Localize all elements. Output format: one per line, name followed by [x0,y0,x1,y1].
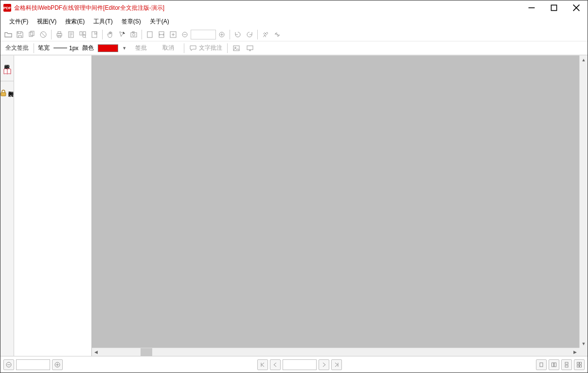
svg-rect-27 [552,363,554,367]
fulltext-sign-button[interactable]: 全文签批 [2,43,32,54]
save-icon[interactable] [15,29,25,40]
window-title: 金格科技iWebPDF在线管理中间件[Editor全文批注版-演示] [14,4,520,12]
menu-search[interactable]: 搜索(E) [61,16,89,27]
svg-rect-0 [551,5,556,10]
scroll-left-icon[interactable]: ◀ [92,348,100,356]
minimize-button[interactable] [520,0,543,15]
toolbar-separator [34,43,34,53]
toolbar-separator [227,43,228,53]
window-controls [520,0,588,15]
single-page-button[interactable] [536,359,547,370]
chevron-down-icon: ▼ [122,46,126,51]
zoom-plus-icon[interactable] [216,29,227,40]
page-icon[interactable] [66,29,76,40]
menu-sign[interactable]: 签章(S) [118,16,145,27]
toolbar-separator [257,30,258,39]
svg-rect-33 [577,365,579,367]
tab-thumbnails[interactable]: 缩略图 [1,57,13,78]
svg-rect-30 [565,365,568,367]
svg-rect-32 [580,362,582,364]
menu-tools[interactable]: 工具(T) [89,16,116,27]
last-page-button[interactable] [331,359,342,370]
text-annotation-button[interactable]: 文字批注 [186,43,225,54]
copy-icon[interactable] [26,29,37,40]
svg-rect-12 [131,33,137,37]
fit-width-icon[interactable] [156,29,167,40]
svg-rect-14 [132,32,134,33]
zoom-in-icon[interactable] [168,29,178,40]
cancel-button[interactable]: 取消 [155,43,182,54]
annotation-toolbar: 全文签批 笔宽 1px 颜色 ▼ 签批 取消 文字批注 [0,41,588,55]
status-bar [0,356,588,373]
bookmark-icon[interactable] [89,29,100,40]
maximize-button[interactable] [543,0,565,15]
thumbnail-panel [14,56,92,356]
canvas-area[interactable]: ▲ ▼ ◀ ▶ [92,56,588,356]
zoom-out-button[interactable] [3,359,14,370]
svg-rect-31 [577,362,579,364]
svg-rect-8 [80,32,82,35]
zoom-input[interactable] [191,30,216,39]
zoom-controls [3,359,63,370]
toolbar-separator [142,30,142,39]
menu-file[interactable]: 文件(F) [5,16,32,27]
two-page-button[interactable] [549,359,559,370]
open-icon[interactable] [3,29,14,40]
continuous-two-button[interactable] [574,359,585,370]
menu-about[interactable]: 关于(A) [146,16,173,27]
scroll-down-icon[interactable]: ▼ [580,339,588,348]
app-icon: PDF [3,4,11,12]
horizontal-scrollbar[interactable]: ◀ ▶ [92,348,579,356]
pen-width-preview [53,48,67,48]
link-icon[interactable] [272,29,283,40]
fit-page-icon[interactable] [144,29,155,40]
scroll-corner [579,348,588,356]
settings-icon[interactable] [260,29,271,40]
menu-view[interactable]: 视图(V) [33,16,60,27]
hand-icon[interactable] [105,29,116,40]
select-icon[interactable] [117,29,127,40]
svg-rect-28 [554,363,556,367]
menu-bar: 文件(F) 视图(V) 搜索(E) 工具(T) 签章(S) 关于(A) [0,15,588,28]
toolbar-separator [102,30,103,39]
svg-rect-5 [58,32,61,34]
zoom-level-input[interactable] [16,359,50,370]
find-icon[interactable] [77,29,88,40]
rotate-left-icon[interactable] [232,29,243,40]
rotate-right-icon[interactable] [244,29,255,40]
body-region: 缩略图 附件列表 ▲ ▼ ◀ ▶ [0,55,588,356]
toolbar-separator [51,30,52,39]
first-page-button[interactable] [257,359,268,370]
app-window: PDF 金格科技iWebPDF在线管理中间件[Editor全文批注版-演示] 文… [0,0,588,373]
screen-annotation-icon[interactable] [243,43,257,54]
color-picker[interactable]: ▼ [97,43,127,54]
sign-button[interactable]: 签批 [127,43,155,54]
svg-rect-29 [565,362,568,364]
next-page-button[interactable] [319,359,329,370]
pen-width-label: 笔宽 [36,44,52,52]
zoom-out-icon[interactable] [179,29,190,40]
title-bar: PDF 金格科技iWebPDF在线管理中间件[Editor全文批注版-演示] [0,0,588,15]
document-view: ▲ ▼ ◀ ▶ [92,56,588,356]
zoom-in-button[interactable] [52,359,63,370]
vertical-scrollbar[interactable]: ▲ ▼ [579,56,588,348]
stop-icon[interactable] [38,29,49,40]
page-number-input[interactable] [283,359,317,370]
continuous-button[interactable] [561,359,572,370]
scrollbar-thumb[interactable] [141,348,152,356]
snapshot-icon[interactable] [128,29,139,40]
book-icon [3,68,11,75]
toolbar-separator [184,43,184,53]
svg-rect-26 [540,363,543,367]
close-button[interactable] [565,0,588,15]
image-annotation-icon[interactable] [230,43,243,54]
prev-page-button[interactable] [270,359,281,370]
main-toolbar [0,28,588,41]
scroll-up-icon[interactable]: ▲ [580,56,588,64]
print-icon[interactable] [54,29,65,40]
svg-rect-15 [147,32,152,37]
layout-controls [536,359,585,370]
svg-rect-34 [580,365,582,367]
scroll-right-icon[interactable]: ▶ [571,348,579,356]
color-label: 颜色 [78,44,97,52]
